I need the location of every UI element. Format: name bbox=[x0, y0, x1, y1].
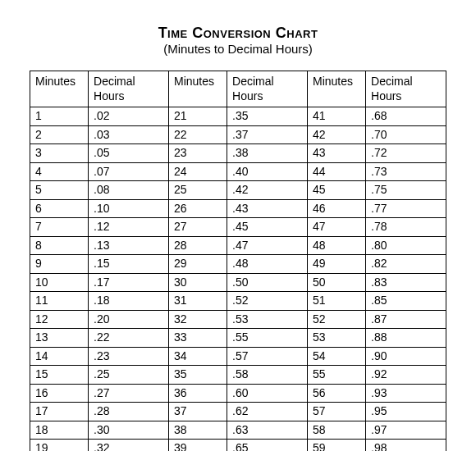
cell-decimal: .03 bbox=[89, 125, 169, 144]
cell-decimal: .32 bbox=[89, 440, 169, 452]
page-subtitle: (Minutes to Decimal Hours) bbox=[30, 42, 446, 56]
cell-decimal: .98 bbox=[366, 440, 446, 452]
cell-decimal: .82 bbox=[366, 255, 446, 274]
col-minutes: Minutes bbox=[307, 71, 365, 107]
cell-decimal: .77 bbox=[366, 199, 446, 218]
cell-minutes: 19 bbox=[30, 440, 89, 452]
cell-decimal: .60 bbox=[227, 384, 308, 403]
cell-minutes: 16 bbox=[30, 384, 89, 403]
cell-minutes: 51 bbox=[307, 292, 365, 311]
cell-minutes: 31 bbox=[168, 292, 227, 311]
cell-decimal: .12 bbox=[89, 218, 169, 237]
cell-minutes: 17 bbox=[30, 403, 89, 421]
cell-decimal: .13 bbox=[89, 236, 169, 255]
cell-minutes: 23 bbox=[168, 144, 227, 163]
cell-decimal: .55 bbox=[227, 329, 308, 348]
table-row: 15.2535.5855.92 bbox=[30, 366, 446, 385]
cell-minutes: 37 bbox=[168, 403, 227, 421]
cell-minutes: 56 bbox=[307, 384, 365, 403]
cell-minutes: 7 bbox=[30, 218, 89, 237]
cell-minutes: 3 bbox=[30, 144, 89, 163]
table-row: 3.0523.3843.72 bbox=[30, 144, 446, 163]
cell-decimal: .20 bbox=[89, 310, 169, 329]
table-row: 16.2736.6056.93 bbox=[30, 384, 446, 403]
cell-minutes: 6 bbox=[30, 199, 89, 218]
table-row: 17.2837.6257.95 bbox=[30, 403, 446, 421]
cell-minutes: 53 bbox=[307, 329, 365, 348]
cell-decimal: .62 bbox=[227, 403, 308, 421]
cell-decimal: .90 bbox=[366, 347, 446, 366]
cell-decimal: .45 bbox=[227, 218, 308, 237]
cell-minutes: 29 bbox=[168, 255, 227, 274]
cell-minutes: 13 bbox=[30, 329, 89, 348]
cell-decimal: .28 bbox=[89, 403, 169, 421]
cell-decimal: .42 bbox=[227, 181, 308, 200]
cell-minutes: 44 bbox=[307, 162, 365, 181]
cell-minutes: 35 bbox=[168, 366, 227, 385]
cell-minutes: 2 bbox=[30, 125, 89, 144]
cell-decimal: .65 bbox=[227, 440, 308, 452]
cell-minutes: 45 bbox=[307, 181, 365, 200]
cell-minutes: 18 bbox=[30, 421, 89, 440]
cell-decimal: .95 bbox=[366, 403, 446, 421]
table-row: 11.1831.5251.85 bbox=[30, 292, 446, 311]
cell-decimal: .43 bbox=[227, 199, 308, 218]
cell-decimal: .07 bbox=[89, 162, 169, 181]
cell-decimal: .58 bbox=[227, 366, 308, 385]
cell-minutes: 25 bbox=[168, 181, 227, 200]
cell-minutes: 1 bbox=[30, 107, 89, 126]
cell-decimal: .30 bbox=[89, 421, 169, 440]
cell-decimal: .40 bbox=[227, 162, 308, 181]
cell-minutes: 8 bbox=[30, 236, 89, 255]
cell-decimal: .35 bbox=[227, 107, 308, 126]
col-minutes: Minutes bbox=[168, 71, 227, 107]
cell-minutes: 48 bbox=[307, 236, 365, 255]
cell-minutes: 21 bbox=[168, 107, 227, 126]
table-row: 9.1529.4849.82 bbox=[30, 255, 446, 274]
table-body: 1.0221.3541.682.0322.3742.703.0523.3843.… bbox=[30, 107, 446, 452]
cell-minutes: 39 bbox=[168, 440, 227, 452]
cell-decimal: .87 bbox=[366, 310, 446, 329]
cell-minutes: 30 bbox=[168, 273, 227, 292]
cell-decimal: .75 bbox=[366, 181, 446, 200]
cell-minutes: 24 bbox=[168, 162, 227, 181]
cell-minutes: 12 bbox=[30, 310, 89, 329]
cell-decimal: .83 bbox=[366, 273, 446, 292]
cell-minutes: 42 bbox=[307, 125, 365, 144]
table-row: 4.0724.4044.73 bbox=[30, 162, 446, 181]
table-row: 18.3038.6358.97 bbox=[30, 421, 446, 440]
cell-minutes: 15 bbox=[30, 366, 89, 385]
cell-minutes: 59 bbox=[307, 440, 365, 452]
cell-decimal: .70 bbox=[366, 125, 446, 144]
table-row: 7.1227.4547.78 bbox=[30, 218, 446, 237]
cell-minutes: 28 bbox=[168, 236, 227, 255]
cell-decimal: .08 bbox=[89, 181, 169, 200]
cell-decimal: .17 bbox=[89, 273, 169, 292]
cell-decimal: .93 bbox=[366, 384, 446, 403]
cell-minutes: 22 bbox=[168, 125, 227, 144]
cell-minutes: 33 bbox=[168, 329, 227, 348]
cell-minutes: 9 bbox=[30, 255, 89, 274]
cell-minutes: 52 bbox=[307, 310, 365, 329]
cell-decimal: .37 bbox=[227, 125, 308, 144]
cell-decimal: .50 bbox=[227, 273, 308, 292]
cell-minutes: 36 bbox=[168, 384, 227, 403]
table-row: 10.1730.5050.83 bbox=[30, 273, 446, 292]
cell-decimal: .05 bbox=[89, 144, 169, 163]
cell-minutes: 58 bbox=[307, 421, 365, 440]
table-row: 12.2032.5352.87 bbox=[30, 310, 446, 329]
cell-decimal: .88 bbox=[366, 329, 446, 348]
cell-decimal: .78 bbox=[366, 218, 446, 237]
cell-decimal: .38 bbox=[227, 144, 308, 163]
cell-decimal: .72 bbox=[366, 144, 446, 163]
cell-decimal: .97 bbox=[366, 421, 446, 440]
cell-minutes: 32 bbox=[168, 310, 227, 329]
cell-decimal: .52 bbox=[227, 292, 308, 311]
cell-decimal: .73 bbox=[366, 162, 446, 181]
cell-minutes: 43 bbox=[307, 144, 365, 163]
cell-decimal: .27 bbox=[89, 384, 169, 403]
cell-minutes: 4 bbox=[30, 162, 89, 181]
col-decimal: Decimal Hours bbox=[227, 71, 308, 107]
cell-decimal: .48 bbox=[227, 255, 308, 274]
cell-minutes: 27 bbox=[168, 218, 227, 237]
